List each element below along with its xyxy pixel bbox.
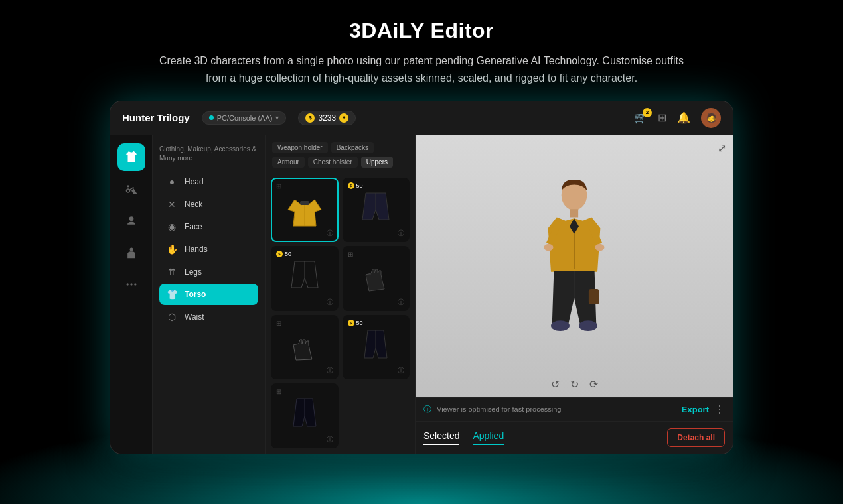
expand-icon[interactable]: ⤢ [718, 142, 726, 155]
hands-label: Hands [185, 245, 208, 254]
svg-point-10 [551, 321, 570, 332]
item-card-gloves[interactable]: ⊞ ⓘ [343, 246, 410, 311]
free-icon-7: ⊞ [276, 388, 281, 395]
item-card-pants-last[interactable]: ⊞ ⓘ [271, 383, 339, 448]
redo-icon[interactable]: ↻ [570, 378, 579, 391]
body-part-head[interactable]: ● Head [159, 171, 258, 192]
undo-icon[interactable]: ↺ [551, 378, 560, 391]
waist-label: Waist [185, 312, 204, 322]
item-price-6: $50 [348, 320, 363, 326]
tab-backpacks[interactable]: Backpacks [331, 142, 374, 153]
viewer-controls: ↺ ↻ ⟳ [551, 378, 598, 391]
character-3d [514, 173, 634, 359]
viewer-panel: ⤢ [416, 135, 733, 454]
coin-count: 3233 [318, 113, 336, 123]
torso-icon: 👕 [166, 289, 178, 300]
sidebar-item-person[interactable] [117, 239, 145, 267]
coin-icon: $ [305, 113, 315, 123]
head-label: Head [185, 177, 204, 186]
more-options-icon[interactable]: ⋮ [714, 403, 725, 416]
item-card-pants-dark[interactable]: $50 ⓘ [343, 178, 410, 243]
body-part-legs[interactable]: ⇈ Legs [159, 261, 258, 283]
viewer-info-icon: ⓘ [423, 404, 431, 415]
info-icon-3: ⓘ [327, 298, 333, 307]
panel-header: Clothing, Makeup, Accessories & Many mor… [159, 145, 258, 163]
free-icon-5: ⊞ [276, 320, 281, 327]
hero-subtitle: Create 3D characters from a single photo… [149, 52, 694, 88]
item-card-pants-black[interactable]: $50 ⓘ [271, 246, 339, 311]
items-grid: ⊞ ⓘ $50 [266, 172, 415, 454]
body-part-hands[interactable]: ✋ Hands [159, 239, 258, 260]
item-thumb-jacket [278, 183, 331, 236]
avatar[interactable]: 🧔 [701, 108, 721, 128]
export-button[interactable]: Export [682, 405, 709, 414]
neck-label: Neck [185, 200, 202, 209]
bell-icon[interactable]: 🔔 [677, 111, 690, 124]
topbar: Hunter Trilogy PC/Console (AA) ▾ $ 3233 … [110, 101, 733, 135]
detach-all-button[interactable]: Detach all [667, 428, 725, 447]
free-icon: ⊞ [276, 182, 281, 190]
item-card-jacket[interactable]: ⊞ ⓘ [271, 178, 339, 243]
neck-icon: ✕ [166, 199, 178, 210]
body-part-torso[interactable]: 👕 Torso [159, 284, 258, 305]
body-part-waist[interactable]: ⬡ Waist [159, 306, 258, 328]
chevron-down-icon: ▾ [275, 114, 279, 121]
sidebar-item-more[interactable] [117, 271, 145, 298]
refresh-icon[interactable]: ⟳ [589, 378, 598, 391]
body-part-neck[interactable]: ✕ Neck [159, 194, 258, 215]
project-title: Hunter Trilogy [122, 112, 190, 123]
info-icon-4: ⓘ [398, 298, 404, 307]
coin-plus-icon: + [339, 113, 348, 123]
item-card-pants-slim[interactable]: $50 ⓘ [343, 315, 410, 380]
sidebar-item-scissors[interactable] [117, 175, 145, 203]
sidebar-item-face[interactable] [117, 207, 145, 235]
main-content: Clothing, Makeup, Accessories & Many mor… [110, 135, 733, 454]
item-price-3: $50 [276, 251, 291, 257]
svg-rect-5 [300, 201, 309, 205]
topbar-icons: 🛒 ⊞ 🔔 🧔 [634, 108, 721, 128]
item-thumb-pants-last [278, 389, 331, 442]
tab-chest-holster[interactable]: Chest holster [308, 157, 358, 168]
category-tabs: Weapon holder Backpacks Armour Chest hol… [266, 135, 415, 172]
tab-weapon-holder[interactable]: Weapon holder [272, 142, 328, 153]
coin-icon-3: $ [276, 251, 283, 257]
platform-label: PC/Console (AA) [217, 114, 273, 122]
svg-rect-12 [589, 289, 599, 304]
face-icon: ◉ [166, 221, 178, 232]
item-thumb-pants-dark [349, 183, 402, 236]
tab-selected[interactable]: Selected [423, 430, 459, 445]
coin-badge: $ 3233 + [298, 111, 356, 125]
grid-icon[interactable]: ⊞ [658, 111, 666, 124]
legs-icon: ⇈ [166, 267, 178, 277]
body-part-face[interactable]: ◉ Face [159, 216, 258, 237]
svg-point-11 [579, 321, 597, 332]
platform-badge[interactable]: PC/Console (AA) ▾ [202, 111, 287, 125]
viewer-info-text: Viewer is optimised for fast processing [437, 405, 676, 413]
svg-point-2 [126, 283, 128, 285]
item-thumb-gloves-dark [278, 320, 331, 373]
tab-uppers[interactable]: Uppers [361, 157, 393, 168]
tab-armour[interactable]: Armour [272, 157, 305, 168]
tab-applied[interactable]: Applied [473, 430, 504, 445]
item-price-2: $50 [348, 182, 363, 189]
info-icon-2: ⓘ [398, 229, 404, 238]
coin-icon-6: $ [348, 320, 354, 326]
left-sidebar [110, 135, 153, 454]
info-icon-5: ⓘ [327, 366, 333, 375]
item-grid-panel: Weapon holder Backpacks Armour Chest hol… [266, 135, 416, 454]
bottom-tabs: Selected Applied Detach all [416, 421, 733, 454]
sidebar-item-clothing[interactable] [117, 143, 145, 171]
cart-icon[interactable]: 🛒 [634, 111, 647, 124]
svg-point-0 [129, 216, 133, 221]
app-window: Hunter Trilogy PC/Console (AA) ▾ $ 3233 … [110, 101, 733, 454]
item-card-gloves-dark[interactable]: ⊞ ⓘ [271, 315, 339, 380]
viewer-3d: ⤢ [416, 135, 733, 397]
info-icon-1: ⓘ [327, 229, 333, 238]
face-label: Face [185, 222, 202, 231]
head-icon: ● [166, 176, 178, 187]
item-thumb-pants-slim [349, 320, 402, 373]
body-part-panel: Clothing, Makeup, Accessories & Many mor… [153, 135, 266, 454]
waist-icon: ⬡ [166, 312, 178, 322]
item-thumb-gloves [349, 251, 402, 304]
info-icon-6: ⓘ [398, 366, 404, 375]
